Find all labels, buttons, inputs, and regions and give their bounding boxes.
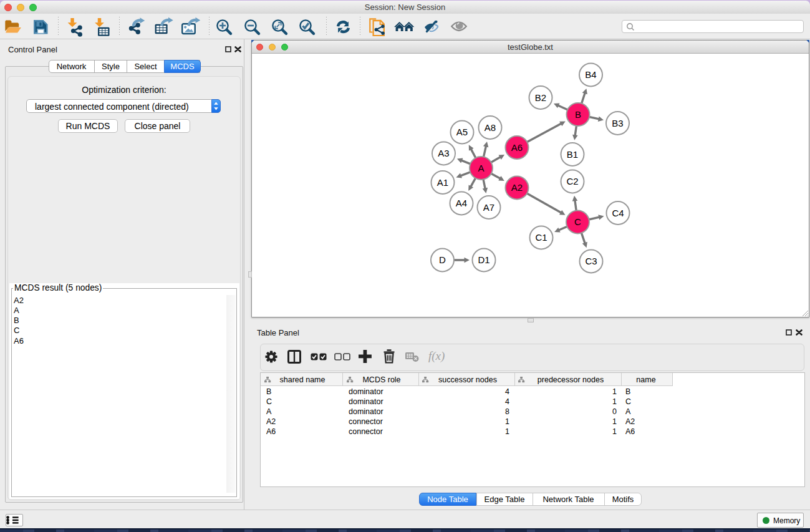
svg-text:B3: B3: [612, 118, 623, 128]
svg-text:C: C: [574, 216, 581, 227]
svg-text:A5: A5: [456, 127, 468, 137]
svg-text:A7: A7: [483, 202, 494, 213]
svg-text:A6: A6: [511, 142, 523, 153]
svg-text:B1: B1: [567, 149, 578, 160]
svg-text:C2: C2: [566, 176, 578, 186]
svg-text:A2: A2: [511, 182, 523, 193]
svg-text:A8: A8: [485, 122, 496, 133]
svg-text:A: A: [478, 163, 484, 173]
svg-text:D: D: [439, 254, 446, 265]
svg-text:A1: A1: [437, 177, 448, 188]
svg-text:B: B: [575, 109, 581, 120]
svg-text:D1: D1: [478, 254, 489, 265]
svg-text:A3: A3: [438, 148, 449, 158]
svg-text:C4: C4: [612, 208, 624, 218]
svg-text:B2: B2: [535, 92, 546, 103]
svg-text:B4: B4: [585, 69, 596, 80]
svg-text:A4: A4: [456, 198, 467, 208]
svg-text:C3: C3: [585, 256, 597, 266]
svg-text:C1: C1: [535, 232, 547, 243]
